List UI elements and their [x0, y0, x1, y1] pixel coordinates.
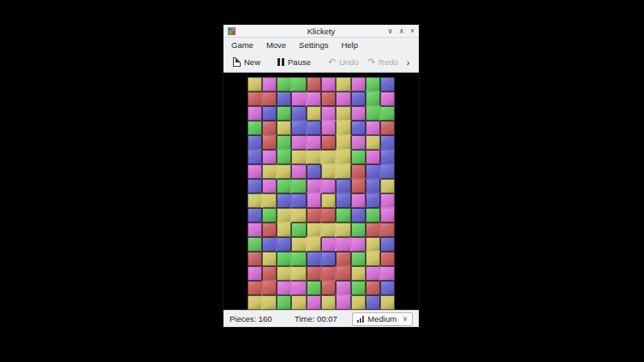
- menu-move[interactable]: Move: [266, 40, 286, 50]
- board-cell[interactable]: [262, 252, 277, 266]
- board-cell[interactable]: [247, 208, 262, 223]
- board-cell[interactable]: [291, 266, 306, 281]
- board-cell[interactable]: [336, 77, 350, 92]
- board-cell[interactable]: [366, 281, 380, 295]
- board-cell[interactable]: [262, 193, 277, 208]
- board-cell[interactable]: [336, 252, 350, 266]
- board-cell[interactable]: [366, 121, 380, 135]
- board-cell[interactable]: [366, 295, 380, 310]
- board-cell[interactable]: [380, 281, 395, 295]
- board-cell[interactable]: [291, 164, 306, 179]
- board-cell[interactable]: [380, 164, 395, 179]
- board-cell[interactable]: [336, 92, 350, 106]
- board-cell[interactable]: [321, 121, 336, 135]
- board-cell[interactable]: [277, 77, 291, 92]
- board-cell[interactable]: [336, 121, 350, 135]
- board-cell[interactable]: [307, 252, 321, 266]
- board-cell[interactable]: [307, 77, 321, 92]
- board-cell[interactable]: [380, 121, 395, 135]
- board-cell[interactable]: [291, 135, 306, 150]
- close-button[interactable]: ×: [410, 25, 414, 38]
- board-cell[interactable]: [291, 281, 306, 295]
- board-cell[interactable]: [291, 92, 306, 106]
- board-cell[interactable]: [307, 266, 321, 281]
- board-cell[interactable]: [351, 77, 366, 92]
- board-cell[interactable]: [262, 295, 277, 310]
- board-cell[interactable]: [307, 164, 321, 179]
- board-cell[interactable]: [291, 237, 306, 252]
- board-cell[interactable]: [247, 106, 262, 121]
- board-cell[interactable]: [321, 223, 336, 237]
- board-cell[interactable]: [277, 92, 291, 106]
- redo-button[interactable]: ↷ Redo: [363, 55, 402, 69]
- board-cell[interactable]: [307, 106, 321, 121]
- board-cell[interactable]: [291, 223, 306, 237]
- board-cell[interactable]: [321, 92, 336, 106]
- board-cell[interactable]: [247, 237, 262, 252]
- board-cell[interactable]: [366, 237, 380, 252]
- board-cell[interactable]: [247, 295, 262, 310]
- board-cell[interactable]: [336, 237, 350, 252]
- board-cell[interactable]: [262, 106, 277, 121]
- board-cell[interactable]: [380, 208, 395, 223]
- board-cell[interactable]: [291, 106, 306, 121]
- board-cell[interactable]: [262, 266, 277, 281]
- board-cell[interactable]: [351, 193, 366, 208]
- board-cell[interactable]: [277, 106, 291, 121]
- board-cell[interactable]: [247, 121, 262, 135]
- board-cell[interactable]: [277, 164, 291, 179]
- board-cell[interactable]: [277, 193, 291, 208]
- board-cell[interactable]: [321, 106, 336, 121]
- board-cell[interactable]: [321, 193, 336, 208]
- board-cell[interactable]: [321, 295, 336, 310]
- menu-help[interactable]: Help: [341, 40, 358, 50]
- toolbar-overflow-button[interactable]: ›: [402, 56, 414, 69]
- board-cell[interactable]: [366, 193, 380, 208]
- board-cell[interactable]: [321, 266, 336, 281]
- board-cell[interactable]: [307, 135, 321, 150]
- board-cell[interactable]: [380, 193, 395, 208]
- board-cell[interactable]: [307, 92, 321, 106]
- board-cell[interactable]: [277, 237, 291, 252]
- board-cell[interactable]: [291, 208, 306, 223]
- board-cell[interactable]: [321, 208, 336, 223]
- board-cell[interactable]: [351, 164, 366, 179]
- titlebar[interactable]: Klickety ∨ ∧ ×: [224, 25, 419, 38]
- board-cell[interactable]: [247, 77, 262, 92]
- board-cell[interactable]: [336, 150, 350, 164]
- board-cell[interactable]: [262, 237, 277, 252]
- board-cell[interactable]: [380, 179, 395, 193]
- board-cell[interactable]: [247, 150, 262, 164]
- board-cell[interactable]: [277, 266, 291, 281]
- board-cell[interactable]: [291, 295, 306, 310]
- board-cell[interactable]: [380, 266, 395, 281]
- board-cell[interactable]: [262, 92, 277, 106]
- board-cell[interactable]: [336, 179, 350, 193]
- board-cell[interactable]: [277, 208, 291, 223]
- board-cell[interactable]: [351, 179, 366, 193]
- board-cell[interactable]: [351, 150, 366, 164]
- board-cell[interactable]: [277, 252, 291, 266]
- board-cell[interactable]: [262, 208, 277, 223]
- board-cell[interactable]: [247, 179, 262, 193]
- board-cell[interactable]: [336, 208, 350, 223]
- board-cell[interactable]: [262, 164, 277, 179]
- board-cell[interactable]: [277, 150, 291, 164]
- board-cell[interactable]: [351, 266, 366, 281]
- board-cell[interactable]: [380, 92, 395, 106]
- board-cell[interactable]: [291, 252, 306, 266]
- board-cell[interactable]: [380, 106, 395, 121]
- board-cell[interactable]: [351, 281, 366, 295]
- board-cell[interactable]: [351, 208, 366, 223]
- board-cell[interactable]: [351, 223, 366, 237]
- board-cell[interactable]: [307, 237, 321, 252]
- board-cell[interactable]: [321, 237, 336, 252]
- new-button[interactable]: New: [229, 55, 265, 69]
- board-cell[interactable]: [321, 179, 336, 193]
- board-cell[interactable]: [307, 223, 321, 237]
- board-cell[interactable]: [262, 135, 277, 150]
- board-cell[interactable]: [336, 266, 350, 281]
- board-cell[interactable]: [351, 237, 366, 252]
- board-cell[interactable]: [247, 252, 262, 266]
- maximize-button[interactable]: ∧: [399, 25, 404, 38]
